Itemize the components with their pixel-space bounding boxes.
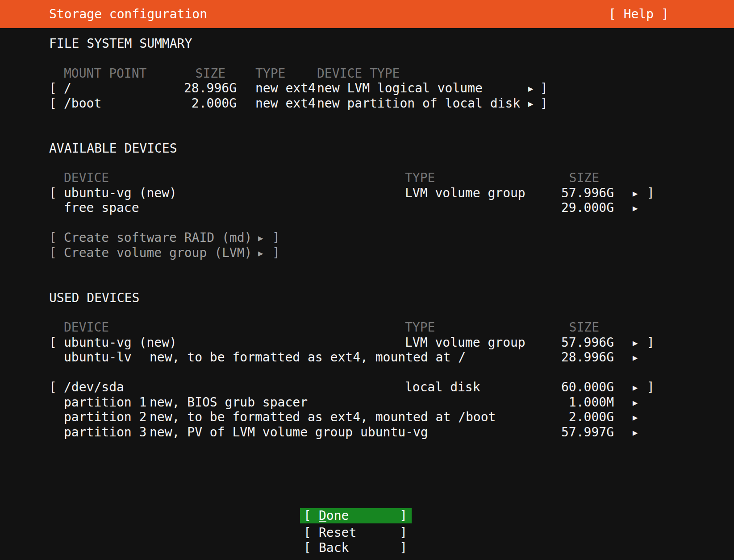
fs-row-root[interactable]: [ / 28.996G new ext4 new LVM logical vol… (0, 81, 734, 96)
device-type: LVM volume group (405, 335, 525, 350)
bracket-left: [ (49, 335, 57, 350)
col-mount-point: MOUNT POINT (64, 66, 146, 81)
expand-arrow-icon: ▶ (633, 380, 638, 395)
device-type: LVM volume group (405, 186, 525, 201)
col-size: SIZE (147, 66, 225, 81)
title-bar: Storage configuration [ Help ] (0, 0, 734, 28)
expand-arrow-icon: ▶ (633, 425, 638, 440)
back-button[interactable]: [ Back ] (300, 540, 412, 556)
device-size: 2.000G (513, 410, 614, 425)
bracket-left: [ (49, 230, 57, 245)
action-label: Create software RAID (md) (64, 230, 252, 245)
help-button[interactable]: [ Help ] (609, 0, 669, 28)
device-description: new, BIOS grub spacer (150, 395, 308, 410)
available-devices-section-title: AVAILABLE DEVICES (0, 141, 734, 156)
mount-point: /boot (64, 96, 101, 111)
reset-button[interactable]: [ Reset ] (300, 525, 412, 540)
col-type: TYPE (405, 320, 435, 335)
bracket-left: [ (49, 380, 57, 395)
back-button-label: Back (319, 540, 349, 556)
bracket-right: ] (540, 81, 548, 96)
bracket-left: [ (304, 508, 311, 523)
device-name: /dev/sda (64, 380, 124, 395)
device-name: ubuntu-vg (new) (64, 186, 177, 201)
device-type: new partition of local disk (317, 96, 520, 111)
bracket-right: ] (272, 230, 280, 245)
col-device: DEVICE (64, 170, 109, 186)
device-name: partition 3 (64, 425, 146, 440)
used-row-partition-3[interactable]: partition 3 new, PV of LVM volume group … (0, 425, 734, 440)
fs-type: new ext4 (255, 81, 316, 96)
col-size: SIZE (513, 320, 599, 335)
bracket-left: [ (49, 186, 57, 201)
bracket-left: [ (49, 81, 57, 96)
bracket-right: ] (400, 540, 407, 556)
device-type: local disk (405, 380, 480, 395)
device-name: partition 1 (64, 395, 146, 410)
used-row-dev-sda[interactable]: [ /dev/sda local disk 60.000G ▶ ] (0, 380, 734, 395)
bracket-right: ] (400, 508, 407, 523)
expand-arrow-icon: ▶ (633, 410, 638, 425)
done-button-label: Done (319, 508, 349, 523)
device-size: 57.996G (513, 335, 614, 350)
bracket-left: [ (49, 96, 57, 111)
device-name: free space (64, 200, 139, 216)
used-row-ubuntu-lv[interactable]: ubuntu-lv new, to be formatted as ext4, … (0, 350, 734, 365)
used-row-partition-2[interactable]: partition 2 new, to be formatted as ext4… (0, 410, 734, 425)
size: 28.996G (152, 81, 237, 96)
device-name: partition 2 (64, 410, 146, 425)
action-create-software-raid[interactable]: [ Create software RAID (md) ▶ ] (0, 230, 734, 245)
device-name: ubuntu-vg (new) (64, 335, 177, 350)
fs-summary-column-headers: MOUNT POINT SIZE TYPE DEVICE TYPE (0, 66, 734, 81)
device-description: new, PV of LVM volume group ubuntu-vg (150, 425, 428, 440)
device-row-ubuntu-vg[interactable]: [ ubuntu-vg (new) LVM volume group 57.99… (0, 186, 734, 201)
used-devices-column-headers: DEVICE TYPE SIZE (0, 320, 734, 335)
expand-arrow-icon: ▶ (528, 81, 533, 96)
device-size: 28.996G (513, 350, 614, 365)
device-row-free-space[interactable]: free space 29.000G ▶ (0, 200, 734, 216)
available-devices-column-headers: DEVICE TYPE SIZE (0, 170, 734, 186)
page-title: Storage configuration (49, 0, 207, 28)
device-size: 1.000M (513, 395, 614, 410)
device-type: new LVM logical volume (317, 81, 483, 96)
expand-arrow-icon: ▶ (633, 395, 638, 410)
fs-summary-section-title: FILE SYSTEM SUMMARY (0, 36, 734, 51)
bracket-left: [ (49, 245, 57, 261)
expand-arrow-icon: ▶ (258, 245, 263, 261)
mount-point: / (64, 81, 71, 96)
col-type: TYPE (405, 170, 435, 186)
used-row-ubuntu-vg[interactable]: [ ubuntu-vg (new) LVM volume group 57.99… (0, 335, 734, 350)
expand-arrow-icon: ▶ (528, 96, 533, 111)
col-device: DEVICE (64, 320, 109, 335)
fs-row-boot[interactable]: [ /boot 2.000G new ext4 new partition of… (0, 96, 734, 111)
expand-arrow-icon: ▶ (633, 186, 638, 201)
bracket-left: [ (304, 525, 311, 540)
expand-arrow-icon: ▶ (633, 335, 638, 350)
expand-arrow-icon: ▶ (633, 350, 638, 365)
used-devices-section-title: USED DEVICES (0, 290, 734, 306)
col-type: TYPE (255, 66, 285, 81)
reset-button-label: Reset (319, 525, 356, 540)
action-create-volume-group[interactable]: [ Create volume group (LVM) ▶ ] (0, 245, 734, 261)
used-row-partition-1[interactable]: partition 1 new, BIOS grub spacer 1.000M… (0, 395, 734, 410)
device-size: 29.000G (513, 200, 614, 216)
device-name: ubuntu-lv (64, 350, 132, 365)
bracket-left: [ (304, 540, 311, 556)
bracket-right: ] (400, 525, 407, 540)
expand-arrow-icon: ▶ (258, 230, 263, 245)
device-size: 57.996G (513, 186, 614, 201)
bracket-right: ] (647, 186, 655, 201)
fs-type: new ext4 (255, 96, 316, 111)
bracket-right: ] (272, 245, 280, 261)
size: 2.000G (152, 96, 237, 111)
device-description: new, to be formatted as ext4, mounted at… (150, 350, 466, 365)
action-label: Create volume group (LVM) (64, 245, 252, 261)
bracket-right: ] (540, 96, 548, 111)
device-size: 57.997G (513, 425, 614, 440)
bracket-right: ] (647, 380, 655, 395)
device-size: 60.000G (513, 380, 614, 395)
done-button[interactable]: [ Done ] (300, 508, 412, 523)
device-description: new, to be formatted as ext4, mounted at… (150, 410, 496, 425)
expand-arrow-icon: ▶ (633, 200, 638, 216)
col-device-type: DEVICE TYPE (317, 66, 400, 81)
